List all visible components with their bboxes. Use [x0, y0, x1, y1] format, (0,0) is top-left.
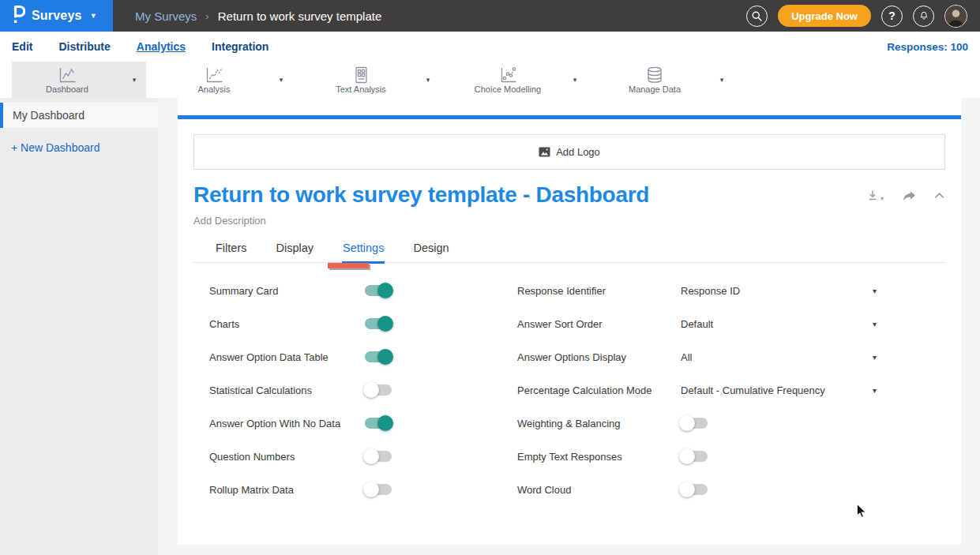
setting-row-question-numbers: Question Numbers — [209, 440, 517, 473]
tab-filters[interactable]: Filters — [215, 242, 247, 264]
collapse-button[interactable] — [933, 191, 945, 200]
page-title: Return to work survey template - Dashboa… — [193, 182, 649, 208]
header-actions: Upgrade Now ? — [746, 0, 980, 32]
setting-row-answer-options-display: Answer Options Display All ▾ — [517, 340, 877, 373]
nav-item-analytics[interactable]: Analytics — [137, 40, 186, 53]
breadcrumb-my-surveys[interactable]: My Surveys — [135, 9, 197, 23]
setting-row-rollup-matrix-data: Rollup Matrix Data — [209, 473, 517, 506]
dashboard-caret-icon[interactable]: ▾ — [122, 62, 146, 98]
upgrade-now-button[interactable]: Upgrade Now — [778, 5, 871, 27]
setting-row-answer-sort-order: Answer Sort Order Default ▾ — [517, 307, 877, 340]
answer-sort-order-select[interactable]: Default — [681, 318, 873, 330]
title-actions: ▾ — [865, 189, 945, 202]
answer-options-display-select[interactable]: All — [681, 351, 873, 363]
brand-product-name: Surveys — [32, 9, 82, 23]
title-row: Return to work survey template - Dashboa… — [193, 182, 945, 208]
answer-sort-order-caret-icon[interactable]: ▾ — [873, 320, 877, 328]
text-analysis-caret-icon[interactable]: ▾ — [416, 62, 440, 98]
dashboard-panel: Add Logo Return to work survey template … — [178, 98, 961, 545]
statistical-calculations-toggle[interactable] — [365, 384, 392, 396]
scatter-chart-icon — [498, 66, 519, 84]
percentage-calculation-mode-select[interactable]: Default - Cumulative Frequency — [681, 384, 873, 396]
settings-grid: Summary Card Charts Answer Option Data T… — [193, 274, 945, 506]
setting-row-weighting-balancing: Weighting & Balancing — [517, 407, 877, 440]
setting-row-charts: Charts — [209, 307, 517, 340]
choice-modelling-caret-icon[interactable]: ▾ — [563, 62, 587, 98]
setting-row-summary-card: Summary Card — [209, 274, 517, 307]
question-numbers-toggle[interactable] — [365, 451, 392, 462]
setting-row-answer-option-data-table: Answer Option Data Table — [209, 340, 517, 373]
manage-data-caret-icon[interactable]: ▾ — [710, 62, 734, 98]
help-button[interactable]: ? — [881, 6, 903, 27]
notifications-button[interactable] — [913, 6, 934, 27]
setting-row-word-cloud: Word Cloud — [517, 473, 877, 506]
setting-row-response-identifier: Response Identifier Response ID ▾ — [517, 274, 877, 307]
rollup-matrix-data-toggle[interactable] — [365, 484, 392, 495]
download-icon — [865, 189, 880, 202]
avatar-photo — [945, 6, 967, 27]
setting-row-answer-option-no-data: Answer Option With No Data — [209, 407, 517, 440]
analysis-caret-icon[interactable]: ▾ — [269, 62, 293, 98]
analytics-toolbar: Dashboard ▾ Analysis ▾ Text Analysis ▾ — [0, 62, 980, 98]
dashboard-sidebar: My Dashboard + New Dashboard — [0, 98, 158, 555]
tab-display[interactable]: Display — [275, 242, 314, 264]
nav-item-edit[interactable]: Edit — [12, 40, 32, 53]
brand-caret-icon: ▼ — [90, 12, 97, 20]
tab-settings[interactable]: Settings — [342, 242, 385, 264]
survey-nav: Edit Distribute Analytics Integration Re… — [0, 32, 980, 62]
response-identifier-select[interactable]: Response ID — [681, 285, 873, 297]
trend-chart-icon — [204, 66, 225, 84]
percentage-calculation-mode-caret-icon[interactable]: ▾ — [873, 386, 877, 395]
settings-toggle-column: Summary Card Charts Answer Option Data T… — [209, 274, 517, 506]
search-button[interactable] — [746, 6, 768, 27]
answer-option-data-table-toggle[interactable] — [365, 351, 392, 362]
search-icon — [751, 10, 763, 22]
answer-option-no-data-toggle[interactable] — [365, 418, 392, 429]
charts-toggle[interactable] — [365, 318, 392, 329]
accent-bar — [178, 115, 961, 119]
add-logo-label: Add Logo — [556, 146, 600, 158]
share-button[interactable] — [901, 189, 916, 202]
download-caret-icon: ▾ — [880, 195, 884, 202]
tab-design[interactable]: Design — [412, 242, 449, 264]
breadcrumb-separator-icon: › — [205, 10, 208, 22]
setting-row-empty-text-responses: Empty Text Responses — [517, 440, 877, 473]
add-description-field[interactable]: Add Description — [193, 215, 945, 227]
weighting-balancing-toggle[interactable] — [681, 418, 708, 429]
settings-dropdown-column: Response Identifier Response ID ▾ Answer… — [517, 274, 877, 506]
toolbar-item-manage-data[interactable]: Manage Data ▾ — [599, 62, 734, 98]
toolbar-item-analysis[interactable]: Analysis ▾ — [159, 62, 293, 98]
database-icon — [644, 66, 665, 84]
settings-tabs: Filters Display Settings Design — [193, 242, 945, 263]
document-grid-icon — [351, 66, 371, 84]
breadcrumb-current-page: Return to work survey template — [218, 9, 382, 23]
response-identifier-caret-icon[interactable]: ▾ — [873, 287, 877, 295]
toolbar-item-dashboard[interactable]: Dashboard ▾ — [12, 62, 146, 98]
word-cloud-toggle[interactable] — [681, 484, 708, 495]
download-button[interactable]: ▾ — [865, 189, 884, 202]
setting-row-percentage-calculation-mode: Percentage Calculation Mode Default - Cu… — [517, 373, 877, 407]
sidebar-item-my-dashboard[interactable]: My Dashboard — [0, 103, 158, 128]
top-header: Surveys ▼ My Surveys › Return to work su… — [0, 0, 980, 32]
share-arrow-icon — [901, 189, 916, 202]
settings-tab-highlight-annotation — [328, 263, 369, 268]
nav-item-integration[interactable]: Integration — [212, 40, 268, 53]
empty-text-responses-toggle[interactable] — [681, 451, 708, 462]
new-dashboard-button[interactable]: + New Dashboard — [11, 141, 158, 154]
line-chart-icon — [57, 66, 78, 84]
bell-icon — [918, 10, 929, 21]
content-area: My Dashboard + New Dashboard Add Logo Re… — [0, 98, 980, 555]
breadcrumb: My Surveys › Return to work survey templ… — [135, 0, 381, 32]
answer-options-display-caret-icon[interactable]: ▾ — [873, 353, 877, 362]
toolbar-item-text-analysis[interactable]: Text Analysis ▾ — [306, 62, 440, 98]
user-avatar[interactable] — [944, 5, 967, 28]
brand-menu[interactable]: Surveys ▼ — [0, 0, 113, 32]
responses-count[interactable]: Responses: 100 — [887, 41, 968, 53]
questionpro-logo-icon — [12, 4, 25, 28]
nav-item-distribute[interactable]: Distribute — [58, 40, 110, 53]
add-logo-dropzone[interactable]: Add Logo — [193, 134, 945, 170]
summary-card-toggle[interactable] — [365, 285, 392, 296]
toolbar-item-choice-modelling[interactable]: Choice Modelling ▾ — [452, 62, 587, 98]
image-icon — [539, 147, 550, 157]
sidebar-gutter — [158, 98, 178, 555]
